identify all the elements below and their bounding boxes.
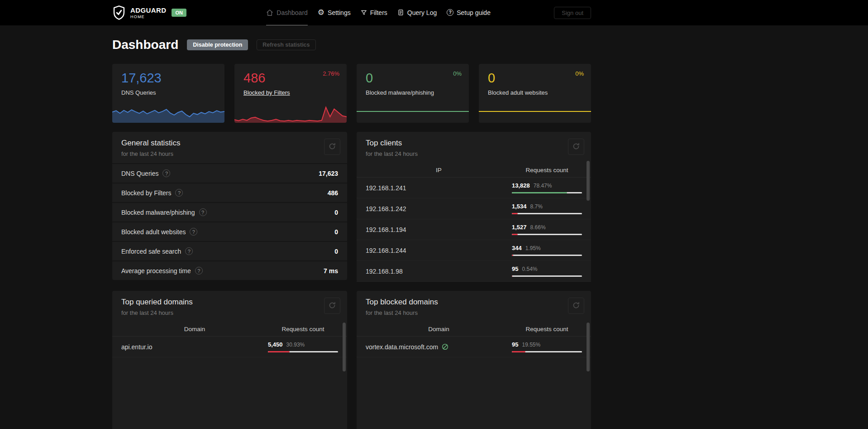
blocked-filters-link[interactable]: Blocked by Filters — [243, 89, 290, 96]
protection-status-badge: ON — [172, 9, 186, 17]
nav-item-query-log[interactable]: Query Log — [397, 0, 437, 25]
document-icon — [397, 9, 404, 16]
middle-panels-row: General statistics for the last 24 hours… — [112, 132, 591, 282]
general-statistics-panel: General statistics for the last 24 hours… — [112, 132, 347, 280]
stat-card-blocked-adult: 0 Blocked adult websites 0% — [479, 64, 591, 123]
nav-label: Query Log — [407, 9, 437, 16]
progress-bar-fill — [268, 351, 290, 352]
domain-name: vortex.data.microsoft.com — [366, 343, 438, 351]
top-navbar: ADGUARD HOME ON Dashboard ⚙ Settings — [0, 0, 868, 25]
help-icon[interactable]: ? — [195, 267, 203, 275]
stat-row-label-text: Enforced safe search — [121, 248, 181, 255]
stat-row-label-text: Blocked by Filters — [121, 189, 171, 197]
nav-item-dashboard[interactable]: Dashboard — [266, 0, 308, 25]
request-count: 95 — [512, 341, 518, 348]
client-count-cell: 13,828 78.47% — [512, 182, 582, 193]
client-row: 192.168.1.241 13,828 78.47% — [357, 178, 591, 198]
stat-card-blocked-malware: 0 Blocked malware/phishing 0% — [357, 64, 469, 123]
panel-subtitle: for the last 24 hours — [366, 309, 582, 316]
home-icon — [266, 9, 273, 16]
domain-count-cell: 5,450 30.93% — [268, 341, 338, 352]
nav-item-filters[interactable]: Filters — [361, 0, 387, 25]
panel-head: General statistics for the last 24 hours — [112, 132, 347, 163]
count-line: 95 0.54% — [512, 265, 582, 272]
client-ip: 192.168.1.241 — [366, 184, 512, 192]
column-header-domain: Domain — [121, 326, 268, 333]
client-count-cell: 344 1.95% — [512, 245, 582, 256]
disable-protection-button[interactable]: Disable protection — [187, 39, 248, 50]
request-percent: 1.95% — [525, 245, 541, 251]
stat-row-label-text: Average processing time — [121, 267, 191, 275]
brand[interactable]: ADGUARD HOME ON — [112, 5, 203, 20]
blocked-adult-flatline-chart — [479, 111, 591, 112]
stat-row-value: 17,623 — [319, 170, 338, 177]
stat-card-blocked-by-filters: 486 Blocked by Filters 2.76% — [234, 64, 347, 123]
brand-title: ADGUARD — [130, 7, 166, 14]
top-blocked-domains-panel: Top blocked domains for the last 24 hour… — [357, 291, 591, 429]
column-header-ip: IP — [366, 167, 512, 174]
client-count-cell: 1,527 8.66% — [512, 224, 582, 235]
client-ip: 192.168.1.244 — [366, 247, 512, 254]
help-icon[interactable]: ? — [190, 228, 197, 236]
vertical-scrollbar-thumb[interactable] — [587, 161, 590, 201]
top-clients-panel: Top clients for the last 24 hours IP Req… — [357, 132, 591, 282]
progress-bar — [512, 351, 582, 352]
nav-label: Settings — [328, 9, 351, 16]
sign-out-button[interactable]: Sign out — [554, 7, 591, 19]
progress-bar-fill — [512, 234, 518, 235]
refresh-panel-button[interactable] — [568, 298, 584, 314]
stat-table-row: Blocked malware/phishing? 0 — [112, 202, 347, 222]
stat-row-label: Blocked adult websites? — [121, 228, 197, 236]
blocked-filters-percent: 2.76% — [323, 70, 339, 77]
refresh-panel-button[interactable] — [568, 139, 584, 155]
help-icon[interactable]: ? — [185, 247, 193, 255]
tracker-blocked-icon[interactable] — [442, 343, 448, 350]
panel-subtitle: for the last 24 hours — [121, 150, 338, 157]
main-nav: Dashboard ⚙ Settings Filters — [203, 0, 554, 25]
request-count: 95 — [512, 265, 518, 272]
refresh-statistics-button[interactable]: Refresh statistics — [257, 39, 315, 50]
domain-name: api.entur.io — [121, 343, 268, 351]
stat-row-value: 486 — [328, 189, 338, 197]
refresh-icon — [572, 302, 580, 310]
refresh-icon — [329, 143, 336, 151]
count-line: 5,450 30.93% — [268, 341, 338, 348]
brand-subtitle: HOME — [130, 15, 166, 19]
stat-table-row: Blocked by Filters? 486 — [112, 183, 347, 202]
nav-item-settings[interactable]: ⚙ Settings — [318, 0, 351, 25]
stat-table-row: Blocked adult websites? 0 — [112, 222, 347, 241]
stat-row-label: Enforced safe search? — [121, 247, 193, 255]
help-icon[interactable]: ? — [162, 169, 170, 177]
request-count: 344 — [512, 245, 522, 251]
stat-table-row: DNS Queries? 17,623 — [112, 163, 347, 183]
help-icon[interactable]: ? — [199, 208, 207, 216]
stat-row-label: DNS Queries? — [121, 169, 170, 177]
progress-bar — [512, 234, 582, 235]
nav-item-setup-guide[interactable]: ? Setup guide — [447, 0, 491, 25]
domain-row: vortex.data.microsoft.com 95 19.55% — [357, 337, 591, 357]
client-ip: 192.168.1.194 — [366, 226, 512, 233]
client-row: 192.168.1.244 344 1.95% — [357, 240, 591, 261]
blocked-malware-flatline-chart — [357, 111, 469, 112]
count-line: 344 1.95% — [512, 245, 582, 251]
vertical-scrollbar-thumb[interactable] — [343, 323, 346, 371]
vertical-scrollbar-thumb[interactable] — [587, 323, 590, 371]
panel-title: Top queried domains — [121, 298, 338, 307]
stat-row-value: 0 — [334, 228, 338, 236]
refresh-icon — [572, 143, 580, 151]
stat-cards-row: 17,623 DNS Queries 486 Blocked by Filter… — [112, 64, 591, 123]
domain-row: api.entur.io 5,450 30.93% — [112, 337, 347, 357]
panel-head: Top queried domains for the last 24 hour… — [112, 291, 347, 322]
dns-queries-sparkline-chart — [112, 104, 224, 123]
client-ip: 192.168.1.98 — [366, 268, 512, 275]
blocked-malware-value: 0 — [366, 71, 460, 86]
table-header: Domain Requests count — [357, 322, 591, 337]
refresh-panel-button[interactable] — [324, 139, 340, 155]
blocked-adult-percent: 0% — [575, 70, 584, 77]
help-icon[interactable]: ? — [175, 189, 183, 197]
refresh-panel-button[interactable] — [324, 298, 340, 314]
table-header: IP Requests count — [357, 163, 591, 178]
request-count: 5,450 — [268, 341, 283, 348]
bottom-panels-row: Top queried domains for the last 24 hour… — [112, 291, 591, 429]
panel-title: Top clients — [366, 139, 582, 148]
